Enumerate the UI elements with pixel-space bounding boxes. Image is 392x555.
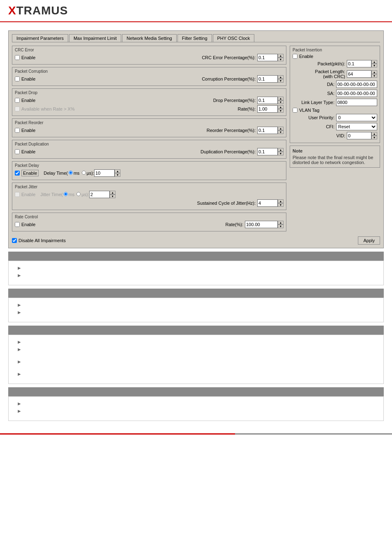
packet-jitter-up[interactable]: ▲ [110,191,115,194]
packet-delay-input[interactable]: 10 [94,169,115,177]
section2-item1: ► [17,302,375,308]
packet-jitter-sustained-down[interactable]: ▼ [278,203,284,207]
logo-tramus: TRAMUS [16,4,68,17]
rate-control-enable-checkbox[interactable] [15,222,20,227]
packet-corruption-up[interactable]: ▲ [278,75,284,79]
packet-reorder-down[interactable]: ▼ [278,130,284,134]
pkt-up[interactable]: ▲ [371,60,377,64]
packet-corruption-enable-checkbox[interactable] [15,76,20,81]
packet-corruption-down[interactable]: ▼ [278,79,284,83]
packet-jitter-input[interactable]: 2 [89,191,110,198]
section-content-4: ► ► [8,396,384,421]
packet-jitter-group: Packet Jitter Enable Jitter Time(ms µs):… [12,183,286,210]
pkt-down[interactable]: ▼ [371,64,377,67]
crc-error-enable-checkbox[interactable] [15,55,20,60]
section-content-2: ► ► [8,298,384,322]
packet-insertion-panel: Packet Insertion Enable Packet(pkt/s): 0… [290,46,380,143]
packet-duplication-up[interactable]: ▲ [278,148,284,152]
section-header-1 [8,252,384,261]
len-down[interactable]: ▼ [371,74,377,78]
packet-insertion-vlan-checkbox[interactable] [293,108,297,113]
packet-reorder-input[interactable]: 0.1 [257,127,278,134]
packet-insertion-enable-label: Enable [299,54,313,59]
vid-up[interactable]: ▲ [371,132,377,136]
packet-duplication-input-spinner: 0.1 ▲ ▼ [257,148,284,155]
packet-drop-down[interactable]: ▼ [278,100,284,104]
packet-insertion-sa-input[interactable]: 00-00-00-00-00-00 [336,90,377,97]
packet-jitter-sustained-up[interactable]: ▲ [278,199,284,203]
packet-reorder-enable-checkbox[interactable] [15,128,20,133]
footer-line [0,433,392,435]
section-header-2 [8,289,384,298]
vid-down[interactable]: ▼ [371,136,377,139]
len-up[interactable]: ▲ [371,70,377,74]
packet-jitter-sustained-input[interactable]: 4 [257,199,278,207]
crc-error-input[interactable]: 0.1 [257,54,278,61]
rate-control-rate-label: Rate(%): [226,222,243,227]
packet-drop-rate-down[interactable]: ▼ [278,109,284,113]
packet-delay-group: Packet Delay Enable Delay Time(ms µs): 1… [12,161,286,180]
crc-error-down[interactable]: ▼ [278,58,284,61]
rate-control-input-spinner: 100.00 ▲ ▼ [245,221,284,228]
packet-corruption-enable-label: Enable [21,76,35,81]
arrow-icon-4: ► [17,310,22,315]
len-input-spinner: 64 ▲ ▼ [347,70,377,78]
logo: XTRAMUS [8,4,384,17]
packet-insertion-da-input[interactable]: 00-00-00-00-00-00 [336,81,377,88]
packet-insertion-len-input[interactable]: 64 [347,70,371,78]
packet-drop-input[interactable]: 0.1 [257,97,278,104]
packet-reorder-group: Packet Reorder Enable Reorder Percentage… [12,118,286,137]
packet-insertion-link-input[interactable]: 0800 [336,99,377,106]
tab-filter-setting[interactable]: Filter Setting [178,34,212,42]
packet-insertion-priority-label: User Priority: [308,115,334,120]
delay-ms-radio[interactable] [69,171,73,175]
packet-insertion-cfi-select[interactable]: Reset [336,123,377,130]
packet-delay-enable-checkbox[interactable] [15,171,20,176]
packet-insertion-da-row: DA: 00-00-00-00-00-00 [293,81,377,88]
packet-insertion-priority-select[interactable]: 0 [336,114,377,121]
packet-drop-avail-label: Available when Rate > X% [21,106,75,111]
packet-reorder-enable-label: Enable [21,128,35,133]
disable-all-checkbox[interactable] [12,238,17,243]
packet-drop-rate-up[interactable]: ▲ [278,105,284,109]
packet-drop-rate-input[interactable]: 1.00 [257,105,278,113]
tab-impairment-parameters[interactable]: Impairment Parameters [12,34,68,42]
header: XTRAMUS [0,0,392,22]
packet-jitter-sustained-spinner: 4 ▲ ▼ [257,199,284,207]
packet-duplication-down[interactable]: ▼ [278,152,284,155]
packet-jitter-enable-checkbox[interactable] [15,192,20,197]
tab-max-impairment[interactable]: Max Impairment Limit [69,34,121,42]
delay-us-radio[interactable] [82,171,86,175]
rate-control-input[interactable]: 100.00 [245,221,278,228]
packet-duplication-enable-checkbox[interactable] [15,149,20,154]
vid-spinner: ▲ ▼ [371,132,377,139]
jitter-ms-radio[interactable] [64,192,68,196]
packet-jitter-down[interactable]: ▼ [110,194,115,198]
apply-button[interactable]: Apply [358,236,380,245]
bottom-row: Disable All Impairments Apply [12,236,380,245]
logo-x: X [8,4,16,17]
packet-drop-avail-checkbox[interactable] [15,106,20,111]
packet-insertion-sa-row: SA: 00-00-00-00-00-00 [293,90,377,97]
packet-reorder-up[interactable]: ▲ [278,127,284,130]
jitter-us-radio[interactable] [76,192,81,196]
crc-error-up[interactable]: ▲ [278,54,284,58]
packet-insertion-len-label: Packet Length: [315,69,345,74]
packet-drop-up[interactable]: ▲ [278,97,284,100]
packet-delay-down[interactable]: ▼ [115,173,120,177]
packet-insertion-vid-input[interactable]: 0 [347,132,371,139]
tab-network-media[interactable]: Network Media Setting [122,34,177,42]
packet-drop-enable-checkbox[interactable] [15,98,20,103]
packet-drop-title: Packet Drop [15,90,284,95]
rate-control-enable-label: Enable [21,222,35,227]
packet-insertion-pkt-input[interactable]: 0.1 [347,60,371,67]
packet-corruption-input[interactable]: 0.1 [257,75,278,83]
packet-duplication-input[interactable]: 0.1 [257,148,278,155]
tab-phy-osc[interactable]: PHY OSC Clock [213,34,255,42]
crc-error-spinner: ▲ ▼ [278,54,284,61]
packet-delay-up[interactable]: ▲ [115,169,120,173]
rate-control-down[interactable]: ▼ [278,224,284,228]
arrow-icon-6: ► [17,347,22,352]
packet-insertion-enable-checkbox[interactable] [293,54,297,59]
rate-control-up[interactable]: ▲ [278,221,284,224]
